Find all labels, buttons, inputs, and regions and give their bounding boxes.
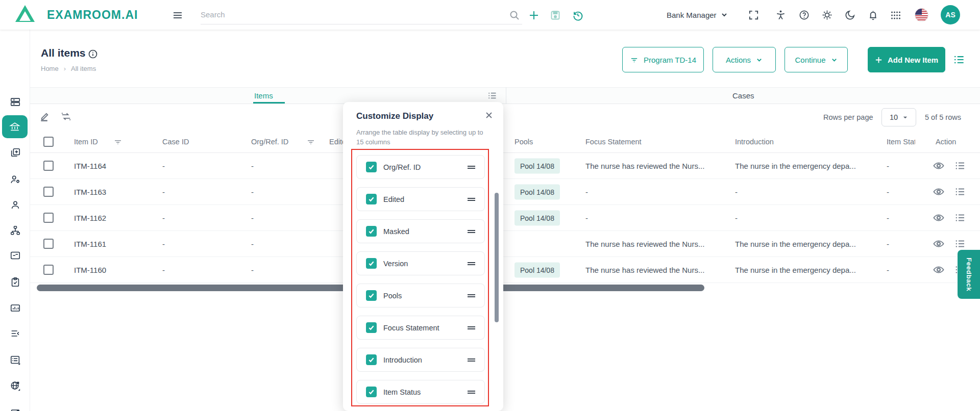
column-option-version[interactable]: Version [356,251,485,275]
sidebar-item-chart[interactable] [4,296,27,319]
column-case-id[interactable]: Case ID [162,138,189,146]
checkbox-checked[interactable] [366,354,377,365]
add-new-item-button[interactable]: Add New Item [868,47,945,72]
checkbox-checked[interactable] [366,226,377,237]
column-item-status[interactable]: Item Status [887,138,915,146]
sidebar-item-list-collapse[interactable] [4,322,27,345]
sidebar-item-user[interactable] [4,193,27,216]
sidebar-item-server[interactable] [4,401,27,411]
hamburger-icon[interactable] [172,9,184,21]
feedback-tab[interactable]: Feedback [958,250,980,299]
cell-item-status: - [887,188,889,196]
sidebar-item-rows[interactable] [4,90,27,113]
save-icon[interactable] [549,9,561,21]
item-id-filter-icon[interactable] [113,137,122,146]
accessibility-icon[interactable] [775,9,787,21]
view-item-icon[interactable] [933,160,945,172]
row-menu-icon[interactable] [954,212,966,224]
column-pools[interactable]: Pools [514,138,533,146]
avatar[interactable]: AS [941,5,960,24]
cell-intro: - [735,188,738,196]
cell-item-status: - [887,214,889,222]
dark-mode-icon[interactable] [844,9,856,21]
column-option-pools[interactable]: Pools [356,284,485,307]
sidebar-item-hierarchy[interactable] [4,219,27,242]
column-focus-statement[interactable]: Focus Statement [585,138,642,146]
customize-display-icon[interactable] [487,90,498,101]
row-menu-icon[interactable] [954,160,966,172]
actions-button[interactable]: Actions [713,47,776,72]
history-icon[interactable] [572,9,584,21]
search-input[interactable] [201,6,486,22]
checkbox-checked[interactable] [366,258,377,269]
row-checkbox[interactable] [43,239,54,249]
rows-per-page-select[interactable]: 10 [881,108,916,126]
checkbox-checked[interactable] [366,322,377,333]
program-filter-button[interactable]: Program TD-14 [622,47,704,72]
checkbox-checked[interactable] [366,162,377,172]
edit-icon[interactable] [39,111,51,122]
tab-cases[interactable]: Cases [732,87,754,104]
column-option-introduction[interactable]: Introduction [356,348,485,372]
org-ref-filter-icon[interactable] [306,137,315,146]
drag-handle-icon[interactable] [467,325,476,330]
sidebar-item-list-box[interactable] [4,348,27,371]
apps-grid-icon[interactable] [890,9,902,21]
column-item-id[interactable]: Item ID [74,138,98,146]
row-checkbox[interactable] [43,161,54,171]
view-item-icon[interactable] [933,264,945,276]
info-icon[interactable] [88,49,98,59]
column-option-focus-statement[interactable]: Focus Statement [356,316,485,340]
role-selector[interactable]: Bank Manager [667,0,728,30]
drag-handle-icon[interactable] [467,165,476,170]
language-flag[interactable] [915,8,928,22]
continue-button[interactable]: Continue [785,47,848,72]
cell-item-id: ITM-1161 [74,240,106,248]
column-introduction[interactable]: Introduction [735,138,774,146]
tab-items[interactable]: Items [254,87,273,104]
column-org-ref[interactable]: Org/Ref. ID [251,138,288,146]
server-icon [10,407,21,411]
sidebar-item-clipboard[interactable] [4,270,27,293]
sidebar-item-copy-add[interactable] [4,141,27,164]
search-icon[interactable] [508,9,521,21]
add-icon[interactable] [528,9,540,21]
drag-handle-icon[interactable] [467,229,476,234]
swap-view-icon[interactable] [60,111,72,122]
popup-scrollbar[interactable] [495,193,499,322]
drag-handle-icon[interactable] [467,261,476,266]
view-item-icon[interactable] [933,212,945,224]
checkbox-checked[interactable] [366,194,377,204]
row-checkbox[interactable] [43,265,54,275]
drag-handle-icon[interactable] [467,390,476,395]
close-icon[interactable] [485,111,493,119]
select-all-checkbox[interactable] [43,137,54,147]
column-option-item-status[interactable]: Item Status [356,380,485,404]
cell-case-id: - [162,266,165,274]
settings-icon[interactable] [821,9,834,21]
row-menu-icon[interactable] [954,186,966,198]
view-list-icon[interactable] [952,53,966,66]
column-option-edited[interactable]: Edited [356,187,485,211]
column-option-masked[interactable]: Masked [356,219,485,243]
row-menu-icon[interactable] [954,238,966,250]
fullscreen-icon[interactable] [748,9,760,21]
row-checkbox[interactable] [43,213,54,223]
checkbox-checked[interactable] [366,290,377,301]
drag-handle-icon[interactable] [467,357,476,363]
column-option-org-ref[interactable]: Org/Ref. ID [356,155,485,179]
row-checkbox[interactable] [43,187,54,197]
drag-handle-icon[interactable] [467,293,476,298]
breadcrumb-home[interactable]: Home [41,65,59,72]
sidebar-item-globe-link[interactable] [4,374,27,397]
help-icon[interactable] [798,9,811,21]
sidebar-item-card[interactable] [4,244,27,267]
drag-handle-icon[interactable] [467,197,476,202]
checkbox-checked[interactable] [366,387,377,397]
notifications-icon[interactable] [867,9,879,21]
view-item-icon[interactable] [933,238,945,250]
sidebar-item-user-settings[interactable] [4,168,27,191]
view-item-icon[interactable] [933,186,945,198]
sidebar-item-bank[interactable] [2,115,28,138]
cell-focus: - [585,214,588,222]
